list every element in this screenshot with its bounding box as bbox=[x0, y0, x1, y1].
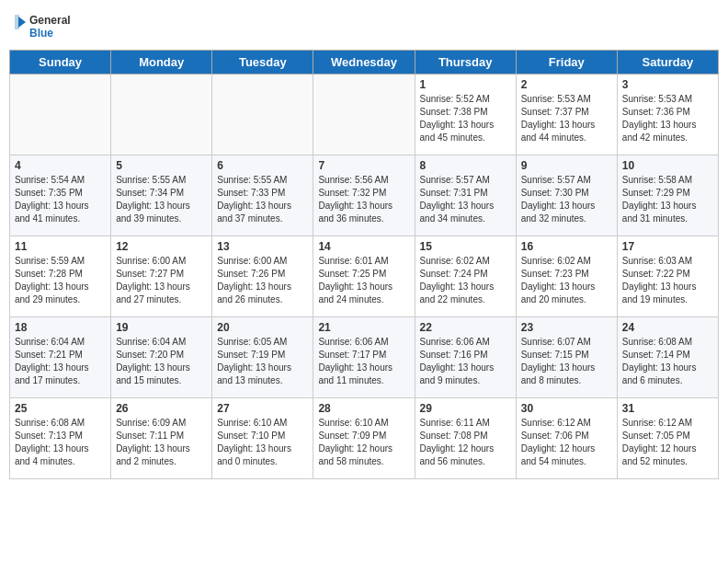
sunset-label: Sunset: 7:17 PM bbox=[318, 350, 386, 360]
sunset-label: Sunset: 7:28 PM bbox=[15, 269, 83, 279]
sunset-label: Sunset: 7:25 PM bbox=[318, 269, 386, 279]
calendar-header: SundayMondayTuesdayWednesdayThursdayFrid… bbox=[10, 51, 719, 75]
day-info: Sunrise: 6:02 AM Sunset: 7:23 PM Dayligh… bbox=[521, 255, 612, 306]
sunset-label: Sunset: 7:26 PM bbox=[217, 269, 285, 279]
svg-text:General: General bbox=[29, 14, 71, 27]
calendar-week-row: 4 Sunrise: 5:54 AM Sunset: 7:35 PM Dayli… bbox=[10, 155, 719, 236]
sunset-label: Sunset: 7:21 PM bbox=[15, 350, 83, 360]
day-number: 13 bbox=[217, 240, 308, 253]
weekday-header-saturday: Saturday bbox=[617, 51, 718, 75]
daylight-label: Daylight: 13 hours and 13 minutes. bbox=[217, 362, 291, 385]
daylight-label: Daylight: 13 hours and 27 minutes. bbox=[116, 282, 190, 304]
daylight-label: Daylight: 13 hours and 45 minutes. bbox=[420, 120, 495, 143]
daylight-label: Daylight: 13 hours and 11 minutes. bbox=[318, 362, 392, 385]
daylight-label: Daylight: 13 hours and 2 minutes. bbox=[116, 443, 190, 466]
calendar-cell: 10 Sunrise: 5:58 AM Sunset: 7:29 PM Dayl… bbox=[617, 155, 718, 236]
daylight-label: Daylight: 13 hours and 34 minutes. bbox=[420, 201, 495, 224]
day-info: Sunrise: 6:06 AM Sunset: 7:16 PM Dayligh… bbox=[420, 336, 511, 387]
calendar-cell: 2 Sunrise: 5:53 AM Sunset: 7:37 PM Dayli… bbox=[516, 75, 617, 155]
sunset-label: Sunset: 7:29 PM bbox=[622, 188, 690, 198]
sunset-label: Sunset: 7:08 PM bbox=[420, 431, 488, 441]
sunset-label: Sunset: 7:23 PM bbox=[521, 269, 589, 279]
calendar-cell bbox=[111, 75, 212, 155]
sunset-label: Sunset: 7:37 PM bbox=[521, 107, 589, 117]
calendar-cell: 7 Sunrise: 5:56 AM Sunset: 7:32 PM Dayli… bbox=[313, 155, 415, 236]
calendar-cell: 24 Sunrise: 6:08 AM Sunset: 7:14 PM Dayl… bbox=[617, 317, 718, 398]
calendar-cell: 30 Sunrise: 6:12 AM Sunset: 7:06 PM Dayl… bbox=[516, 398, 617, 479]
calendar-cell: 14 Sunrise: 6:01 AM Sunset: 7:25 PM Dayl… bbox=[313, 236, 415, 317]
day-info: Sunrise: 5:57 AM Sunset: 7:30 PM Dayligh… bbox=[521, 174, 612, 225]
sunset-label: Sunset: 7:10 PM bbox=[217, 431, 285, 441]
day-number: 5 bbox=[116, 159, 207, 172]
weekday-header-wednesday: Wednesday bbox=[313, 51, 415, 75]
day-number: 7 bbox=[318, 159, 409, 172]
sunrise-label: Sunrise: 5:55 AM bbox=[116, 175, 186, 185]
sunset-label: Sunset: 7:35 PM bbox=[15, 188, 83, 198]
calendar-cell: 21 Sunrise: 6:06 AM Sunset: 7:17 PM Dayl… bbox=[313, 317, 415, 398]
daylight-label: Daylight: 13 hours and 36 minutes. bbox=[318, 201, 392, 224]
weekday-header-tuesday: Tuesday bbox=[212, 51, 313, 75]
day-number: 27 bbox=[217, 402, 308, 415]
sunset-label: Sunset: 7:30 PM bbox=[521, 188, 589, 198]
day-info: Sunrise: 6:04 AM Sunset: 7:20 PM Dayligh… bbox=[116, 336, 207, 387]
sunset-label: Sunset: 7:13 PM bbox=[15, 431, 83, 441]
sunrise-label: Sunrise: 6:09 AM bbox=[116, 418, 186, 428]
sunrise-label: Sunrise: 6:04 AM bbox=[116, 337, 186, 347]
daylight-label: Daylight: 13 hours and 4 minutes. bbox=[15, 443, 89, 466]
day-number: 16 bbox=[521, 240, 612, 253]
day-info: Sunrise: 6:08 AM Sunset: 7:13 PM Dayligh… bbox=[15, 417, 106, 468]
daylight-label: Daylight: 13 hours and 41 minutes. bbox=[15, 201, 89, 224]
sunset-label: Sunset: 7:24 PM bbox=[420, 269, 488, 279]
day-info: Sunrise: 5:54 AM Sunset: 7:35 PM Dayligh… bbox=[15, 174, 106, 225]
calendar-body: 1 Sunrise: 5:52 AM Sunset: 7:38 PM Dayli… bbox=[10, 75, 719, 479]
daylight-label: Daylight: 13 hours and 0 minutes. bbox=[217, 443, 291, 466]
daylight-label: Daylight: 13 hours and 29 minutes. bbox=[15, 282, 89, 304]
sunset-label: Sunset: 7:11 PM bbox=[116, 431, 184, 441]
weekday-header-sunday: Sunday bbox=[10, 51, 111, 75]
calendar-cell: 15 Sunrise: 6:02 AM Sunset: 7:24 PM Dayl… bbox=[415, 236, 516, 317]
day-info: Sunrise: 5:53 AM Sunset: 7:36 PM Dayligh… bbox=[622, 93, 713, 144]
sunrise-label: Sunrise: 6:03 AM bbox=[622, 256, 692, 266]
day-number: 3 bbox=[622, 78, 713, 91]
calendar-cell: 11 Sunrise: 5:59 AM Sunset: 7:28 PM Dayl… bbox=[10, 236, 111, 317]
daylight-label: Daylight: 13 hours and 19 minutes. bbox=[622, 282, 697, 304]
day-number: 17 bbox=[622, 240, 713, 253]
calendar-cell: 16 Sunrise: 6:02 AM Sunset: 7:23 PM Dayl… bbox=[516, 236, 617, 317]
day-number: 21 bbox=[318, 321, 409, 334]
day-number: 29 bbox=[420, 402, 511, 415]
day-number: 24 bbox=[622, 321, 713, 334]
sunrise-label: Sunrise: 6:00 AM bbox=[217, 256, 287, 266]
daylight-label: Daylight: 12 hours and 58 minutes. bbox=[318, 443, 392, 466]
day-info: Sunrise: 5:59 AM Sunset: 7:28 PM Dayligh… bbox=[15, 255, 106, 306]
day-info: Sunrise: 6:12 AM Sunset: 7:05 PM Dayligh… bbox=[622, 417, 713, 468]
sunrise-label: Sunrise: 6:10 AM bbox=[217, 418, 287, 428]
sunrise-label: Sunrise: 6:01 AM bbox=[318, 256, 388, 266]
day-info: Sunrise: 6:02 AM Sunset: 7:24 PM Dayligh… bbox=[420, 255, 511, 306]
calendar-week-row: 1 Sunrise: 5:52 AM Sunset: 7:38 PM Dayli… bbox=[10, 75, 719, 155]
page-header: General Blue bbox=[9, 9, 719, 42]
day-info: Sunrise: 6:09 AM Sunset: 7:11 PM Dayligh… bbox=[116, 417, 207, 468]
daylight-label: Daylight: 12 hours and 52 minutes. bbox=[622, 443, 697, 466]
calendar-week-row: 11 Sunrise: 5:59 AM Sunset: 7:28 PM Dayl… bbox=[10, 236, 719, 317]
day-number: 9 bbox=[521, 159, 612, 172]
day-info: Sunrise: 6:04 AM Sunset: 7:21 PM Dayligh… bbox=[15, 336, 106, 387]
day-number: 20 bbox=[217, 321, 308, 334]
day-number: 22 bbox=[420, 321, 511, 334]
sunrise-label: Sunrise: 5:57 AM bbox=[420, 175, 490, 185]
calendar-cell: 18 Sunrise: 6:04 AM Sunset: 7:21 PM Dayl… bbox=[10, 317, 111, 398]
daylight-label: Daylight: 13 hours and 22 minutes. bbox=[420, 282, 495, 304]
sunset-label: Sunset: 7:36 PM bbox=[622, 107, 690, 117]
sunrise-label: Sunrise: 5:53 AM bbox=[521, 94, 591, 104]
sunset-label: Sunset: 7:09 PM bbox=[318, 431, 386, 441]
sunset-label: Sunset: 7:16 PM bbox=[420, 350, 488, 360]
sunrise-label: Sunrise: 6:08 AM bbox=[15, 418, 85, 428]
daylight-label: Daylight: 13 hours and 42 minutes. bbox=[622, 120, 697, 143]
svg-text:Blue: Blue bbox=[29, 27, 53, 40]
sunset-label: Sunset: 7:19 PM bbox=[217, 350, 285, 360]
sunrise-label: Sunrise: 6:08 AM bbox=[622, 337, 692, 347]
day-info: Sunrise: 6:00 AM Sunset: 7:27 PM Dayligh… bbox=[116, 255, 207, 306]
svg-rect-3 bbox=[15, 15, 19, 29]
calendar-table: SundayMondayTuesdayWednesdayThursdayFrid… bbox=[9, 50, 719, 479]
day-number: 18 bbox=[15, 321, 106, 334]
calendar-cell: 31 Sunrise: 6:12 AM Sunset: 7:05 PM Dayl… bbox=[617, 398, 718, 479]
